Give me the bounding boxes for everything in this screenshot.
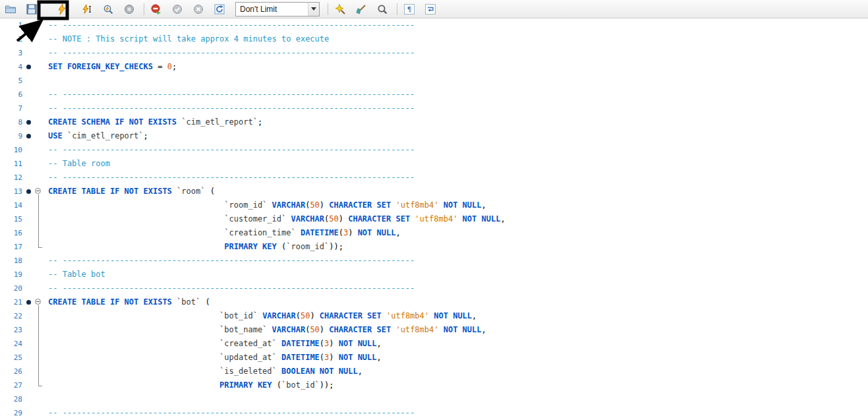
- line-number[interactable]: 2: [0, 32, 24, 46]
- editor-line[interactable]: 28: [0, 392, 868, 406]
- toggle-wrap-button[interactable]: [424, 3, 437, 16]
- editor-line[interactable]: 26 `is_deleted` BOOLEAN NOT NULL,: [0, 365, 868, 378]
- line-number[interactable]: 16: [0, 226, 24, 240]
- editor-line[interactable]: 9USE `cim_etl_report`;: [0, 129, 868, 143]
- editor[interactable]: 1-- ------------------------------------…: [0, 18, 868, 420]
- line-number[interactable]: 7: [0, 102, 24, 115]
- line-number[interactable]: 9: [0, 129, 24, 143]
- line-number[interactable]: 19: [0, 268, 24, 282]
- editor-line[interactable]: 20-- -----------------------------------…: [0, 282, 868, 295]
- fold-gutter: [33, 129, 44, 143]
- line-number[interactable]: 25: [0, 351, 24, 365]
- line-number[interactable]: 1: [0, 18, 24, 32]
- line-number[interactable]: 6: [0, 88, 24, 102]
- editor-line[interactable]: 8CREATE SCHEMA IF NOT EXISTS `cim_etl_re…: [0, 115, 868, 129]
- line-number[interactable]: 15: [0, 212, 24, 226]
- save-button[interactable]: [25, 3, 38, 16]
- editor-line[interactable]: 4SET FOREIGN_KEY_CHECKS = 0;: [0, 60, 868, 74]
- editor-line[interactable]: 3-- ------------------------------------…: [0, 46, 868, 60]
- editor-line[interactable]: 29-- -----------------------------------…: [0, 406, 868, 420]
- line-number[interactable]: 23: [0, 323, 24, 337]
- toggle-stop-on-error-button[interactable]: [150, 3, 163, 16]
- marker-gutter: [24, 185, 33, 198]
- editor-line[interactable]: 23 `bot_name` VARCHAR(50) CHARACTER SET …: [0, 323, 868, 337]
- execute-button[interactable]: [55, 3, 69, 16]
- line-number[interactable]: 17: [0, 240, 24, 254]
- code-text: [44, 74, 48, 88]
- editor-line[interactable]: 6-- ------------------------------------…: [0, 88, 868, 102]
- line-number[interactable]: 27: [0, 378, 24, 392]
- limit-dropdown[interactable]: Don't Limit: [235, 2, 320, 16]
- editor-line[interactable]: 16 `creation_time` DATETIME(3) NOT NULL,: [0, 226, 868, 240]
- line-number[interactable]: 12: [0, 171, 24, 185]
- editor-line[interactable]: 24 `created_at` DATETIME(3) NOT NULL,: [0, 337, 868, 351]
- editor-line[interactable]: 19-- Table bot: [0, 268, 868, 282]
- editor-line[interactable]: 21CREATE TABLE IF NOT EXISTS `bot` (: [0, 295, 868, 309]
- editor-line[interactable]: 11-- Table room: [0, 157, 868, 171]
- code-text: `room_id` VARCHAR(50) CHARACTER SET 'utf…: [44, 198, 486, 212]
- editor-line[interactable]: 18-- -----------------------------------…: [0, 254, 868, 268]
- marker-gutter: [24, 295, 33, 309]
- collapse-icon[interactable]: [35, 299, 41, 305]
- fold-gutter: [33, 226, 44, 240]
- line-number[interactable]: 14: [0, 198, 24, 212]
- editor-line[interactable]: 12-- -----------------------------------…: [0, 171, 868, 185]
- code-text: -- -------------------------------------…: [44, 46, 415, 60]
- line-number[interactable]: 8: [0, 115, 24, 129]
- line-number[interactable]: 24: [0, 337, 24, 351]
- line-number[interactable]: 21: [0, 295, 24, 309]
- line-number[interactable]: 26: [0, 365, 24, 378]
- clean-button[interactable]: [355, 3, 368, 16]
- line-number[interactable]: 20: [0, 282, 24, 295]
- explain-button[interactable]: [101, 3, 115, 16]
- limit-dropdown-arrow-button[interactable]: [308, 3, 319, 16]
- execute-current-statement-button[interactable]: [80, 3, 94, 16]
- line-number[interactable]: 11: [0, 157, 24, 171]
- toggle-autocommit-button[interactable]: [213, 3, 226, 16]
- marker-gutter: [24, 198, 33, 212]
- stop-button[interactable]: [123, 3, 136, 16]
- marker-gutter: [24, 115, 33, 129]
- line-number[interactable]: 22: [0, 309, 24, 323]
- collapse-icon[interactable]: [35, 188, 41, 194]
- editor-line[interactable]: 13CREATE TABLE IF NOT EXISTS `room` (: [0, 185, 868, 198]
- line-number[interactable]: 10: [0, 143, 24, 157]
- code-text: `bot_name` VARCHAR(50) CHARACTER SET 'ut…: [44, 323, 486, 337]
- commit-button[interactable]: [171, 3, 184, 16]
- line-number[interactable]: 28: [0, 392, 24, 406]
- marker-gutter: [24, 18, 33, 32]
- fold-gutter: [33, 18, 44, 32]
- editor-line[interactable]: 17 PRIMARY KEY (`room_id`));: [0, 240, 868, 254]
- statement-marker-icon: [26, 120, 31, 125]
- editor-line[interactable]: 10-- -----------------------------------…: [0, 143, 868, 157]
- find-button[interactable]: [376, 3, 389, 16]
- code-text: `bot_id` VARCHAR(50) CHARACTER SET 'utf8…: [44, 309, 477, 323]
- line-number[interactable]: 13: [0, 185, 24, 198]
- editor-line[interactable]: 15 `customer_id` VARCHAR(50) CHARACTER S…: [0, 212, 868, 226]
- line-number[interactable]: 18: [0, 254, 24, 268]
- line-number[interactable]: 29: [0, 406, 24, 420]
- save-icon: [26, 3, 38, 15]
- beautify-button[interactable]: [333, 3, 347, 16]
- editor-line[interactable]: 2-- NOTE : This script will take approx …: [0, 32, 868, 46]
- editor-line[interactable]: 5: [0, 74, 868, 88]
- editor-line[interactable]: 14 `room_id` VARCHAR(50) CHARACTER SET '…: [0, 198, 868, 212]
- editor-line[interactable]: 1-- ------------------------------------…: [0, 18, 868, 32]
- fold-gutter: [33, 115, 44, 129]
- editor-line[interactable]: 25 `updated_at` DATETIME(3) NOT NULL,: [0, 351, 868, 365]
- rollback-icon: [192, 3, 204, 15]
- editor-line[interactable]: 7-- ------------------------------------…: [0, 102, 868, 115]
- rollback-button[interactable]: [192, 3, 205, 16]
- toggle-invisibles-button[interactable]: ¶: [403, 3, 416, 16]
- fold-toggle-icon[interactable]: [33, 185, 44, 198]
- editor-line[interactable]: 27 PRIMARY KEY (`bot_id`));: [0, 378, 868, 392]
- line-number[interactable]: 5: [0, 74, 24, 88]
- marker-gutter: [24, 32, 33, 46]
- open-script-button[interactable]: [4, 3, 17, 16]
- line-number[interactable]: 3: [0, 46, 24, 60]
- marker-gutter: [24, 157, 33, 171]
- line-number[interactable]: 4: [0, 60, 24, 74]
- fold-toggle-icon[interactable]: [33, 295, 44, 309]
- marker-gutter: [24, 60, 33, 74]
- editor-line[interactable]: 22 `bot_id` VARCHAR(50) CHARACTER SET 'u…: [0, 309, 868, 323]
